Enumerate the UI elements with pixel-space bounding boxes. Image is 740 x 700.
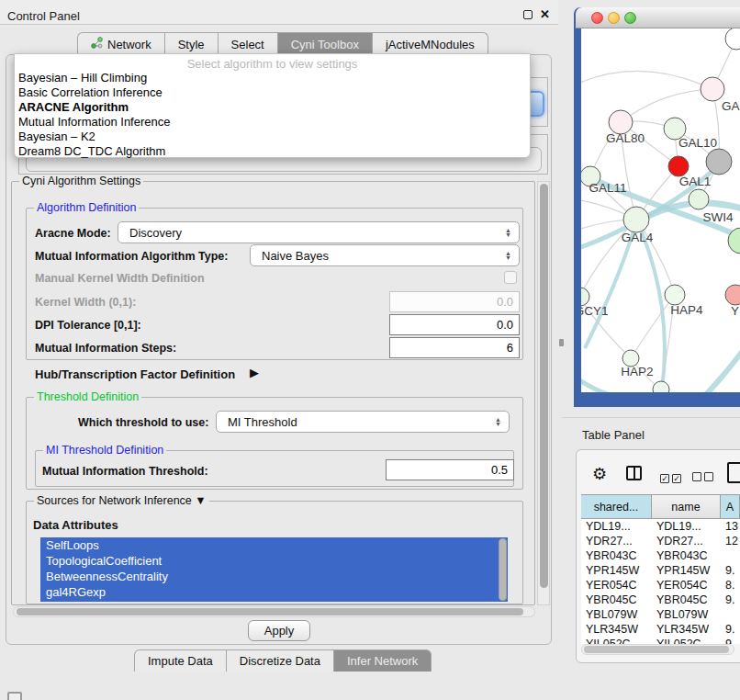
network-edge[interactable]: [695, 339, 740, 392]
network-graph: GALGAL80GAL10GAL1GAL11SWI4GAL4GCY1HAP4YH…: [581, 28, 740, 392]
table-hscrollbar[interactable]: [581, 644, 734, 655]
table-row[interactable]: YPR145WYPR145W9.: [581, 563, 740, 578]
network-node-gal1[interactable]: [668, 156, 689, 176]
attributes-scrollbar[interactable]: [499, 538, 507, 601]
table-cell: 9.: [721, 622, 740, 637]
mi-algorithm-type-combo[interactable]: Naive Bayes ▲▼: [250, 244, 520, 266]
close-traffic-icon[interactable]: [591, 12, 603, 24]
network-edge[interactable]: [638, 223, 665, 389]
sources-collapse-icon[interactable]: ▼: [195, 494, 206, 507]
mi-threshold-field[interactable]: [386, 459, 514, 480]
attribute-item-selfloops[interactable]: SelfLoops: [40, 537, 508, 553]
algorithm-option-basic-correlation-inference[interactable]: Basic Correlation Inference: [15, 85, 530, 100]
dpi-tolerance-field[interactable]: [389, 314, 520, 335]
algorithm-option-bayesian-k2[interactable]: Bayesian – K2: [15, 130, 530, 144]
attribute-item-topologicalcoefficient[interactable]: TopologicalCoefficient: [40, 553, 508, 569]
table-cell: YIL052C: [652, 637, 721, 644]
manual-kernel-checkbox[interactable]: [504, 271, 517, 284]
tab-cyni-toolbox[interactable]: Cyni Toolbox: [277, 32, 373, 55]
network-node[interactable]: [653, 381, 669, 392]
network-icon: [91, 37, 103, 51]
tab-jactivemnodules[interactable]: jActiveMNodules: [372, 32, 488, 55]
network-node-swi4[interactable]: [689, 189, 709, 209]
table-cell: YBR045C: [581, 593, 652, 607]
network-edge[interactable]: [581, 71, 712, 89]
node-label-gal4: GAL4: [622, 231, 654, 244]
network-node[interactable]: [725, 28, 740, 50]
bottom-tab-infer-network[interactable]: Infer Network: [333, 649, 432, 672]
network-node[interactable]: [706, 149, 732, 175]
network-node-hap4[interactable]: [665, 285, 685, 305]
tab-style[interactable]: Style: [164, 32, 219, 55]
data-attributes-list[interactable]: SelfLoopsTopologicalCoefficientBetweenne…: [40, 537, 508, 602]
hub-expand-icon[interactable]: ▶: [250, 366, 259, 379]
deselect-all-icon[interactable]: [692, 469, 713, 485]
mi-algorithm-type-label: Mutual Information Algorithm Type:: [35, 250, 228, 263]
hub-definition-label[interactable]: Hub/Transcription Factor Definition: [35, 367, 235, 381]
table-row[interactable]: YLR345WYLR345W9.: [581, 622, 740, 637]
attribute-item-gal4rgexp[interactable]: gal4RGexp: [40, 584, 508, 600]
table-row[interactable]: YBR043CYBR043C: [581, 548, 740, 563]
select-all-checks-icon[interactable]: ✓✓: [660, 469, 681, 485]
tab-network[interactable]: Network: [77, 32, 165, 55]
tab-label: Style: [178, 38, 205, 51]
column-header-2[interactable]: name: [652, 495, 721, 518]
table-hscrollbar-thumb[interactable]: [584, 646, 729, 653]
algorithm-option-mutual-information-inference[interactable]: Mutual Information Inference: [15, 115, 530, 130]
aracne-mode-combo[interactable]: Discovery ▲▼: [118, 221, 520, 243]
table-body[interactable]: YDL19...YDL19...13YDR27...YDR27...12YBR0…: [581, 519, 740, 644]
cyni-algorithm-settings-title: Cyni Algorithm Settings: [19, 175, 143, 187]
mi-steps-field[interactable]: [389, 337, 520, 358]
bottom-tab-discretize-data[interactable]: Discretize Data: [226, 649, 334, 672]
dpi-tolerance-label: DPI Tolerance [0,1]:: [35, 319, 141, 332]
table-row[interactable]: YDR27...YDR27...12: [581, 534, 740, 548]
network-node-gal4[interactable]: [623, 207, 649, 232]
table-row[interactable]: YDL19...YDL19...13: [581, 519, 740, 534]
close-icon[interactable]: ✕: [540, 7, 550, 21]
settings-scrollbar[interactable]: [537, 181, 550, 605]
gear-icon[interactable]: ⚙: [592, 464, 607, 484]
network-edge[interactable]: [581, 378, 660, 392]
kernel-width-field[interactable]: [389, 291, 520, 312]
table-row[interactable]: YER054CYER054C8.: [581, 578, 740, 593]
mi-steps-label: Mutual Information Steps:: [35, 342, 176, 355]
table-row[interactable]: YIL052CYIL052C9.: [581, 637, 740, 644]
table-cell: YBR045C: [652, 593, 721, 607]
bottom-tab-impute-data[interactable]: Impute Data: [134, 649, 227, 672]
network-node-y[interactable]: [725, 285, 740, 305]
network-node-gcy1[interactable]: [581, 288, 589, 306]
which-threshold-label: Which threshold to use:: [78, 416, 208, 429]
network-edge[interactable]: [621, 89, 712, 122]
column-header-3[interactable]: A: [721, 495, 740, 518]
column-header-1[interactable]: shared...: [581, 495, 652, 518]
table-row[interactable]: YBL079WYBL079W: [581, 607, 740, 622]
table-cell: YIL052C: [581, 637, 652, 644]
algorithm-option-aracne-algorithm[interactable]: ARACNE Algorithm: [15, 100, 530, 115]
network-node-gal[interactable]: [701, 77, 724, 101]
attribute-item-betweennesscentrality[interactable]: BetweennessCentrality: [40, 569, 508, 584]
which-threshold-combo[interactable]: MI Threshold ▲▼: [216, 411, 510, 433]
table-cell: YLR345W: [581, 622, 652, 637]
minimize-traffic-icon[interactable]: [608, 12, 620, 24]
combo-stepper-icon: ▲▼: [495, 417, 501, 426]
zoom-traffic-icon[interactable]: [624, 12, 636, 24]
node-label-gal80: GAL80: [606, 131, 645, 145]
tab-select[interactable]: Select: [218, 32, 278, 55]
network-canvas[interactable]: GALGAL80GAL10GAL1GAL11SWI4GAL4GCY1HAP4YH…: [581, 28, 740, 392]
apply-button[interactable]: Apply: [248, 620, 310, 641]
algorithm-dropdown-placeholder: Select algorithm to view settings: [15, 54, 530, 71]
settings-hscrollbar[interactable]: [13, 606, 535, 617]
algorithm-option-dream8-dc-tdc-algorithm[interactable]: Dream8 DC_TDC Algorithm: [15, 144, 530, 159]
node-label-hap2: HAP2: [621, 365, 653, 378]
table-row[interactable]: YBR045CYBR045C9.: [581, 593, 740, 607]
algorithm-option-bayesian-hill-climbing[interactable]: Bayesian – Hill Climbing: [15, 71, 530, 85]
columns-icon[interactable]: [626, 466, 642, 480]
document-icon[interactable]: [727, 462, 740, 483]
float-window-icon[interactable]: [523, 10, 533, 19]
table-cell: 9.: [721, 593, 740, 607]
panel-divider-handle[interactable]: [559, 339, 564, 346]
network-window-titlebar[interactable]: [576, 7, 740, 28]
settings-hscrollbar-thumb[interactable]: [17, 608, 523, 615]
settings-scrollbar-thumb[interactable]: [540, 184, 548, 588]
data-attributes-label: Data Attributes: [33, 518, 118, 532]
